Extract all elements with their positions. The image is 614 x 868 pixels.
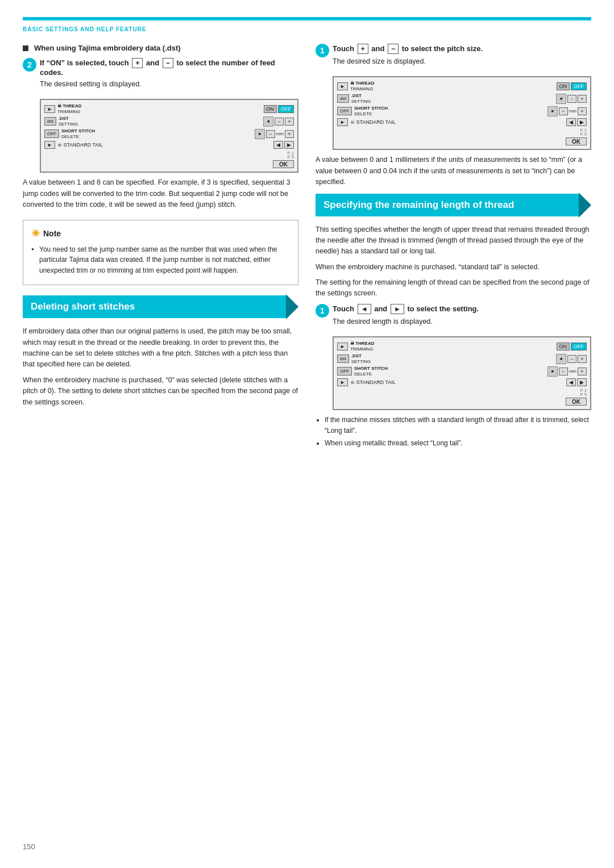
screen3-tail-right[interactable]: ▶ — [577, 378, 587, 386]
screen2-tail-right[interactable]: ▶ — [577, 118, 587, 126]
section-label: BASIC SETTINGS AND HELP FEATURE — [23, 26, 591, 32]
step1-top-row: 1 Touch + and − to select the pitch size… — [316, 44, 591, 72]
step1-bottom-content: Touch ◄ and ► to select the setting. The… — [333, 304, 591, 332]
off-side-label: OFF — [44, 130, 59, 138]
screen3-tri-left[interactable]: ► — [337, 343, 348, 350]
dst-side-label: dst — [44, 117, 56, 126]
tail-right[interactable]: ▶ — [284, 141, 294, 149]
tail-left[interactable]: ◀ — [273, 141, 283, 149]
short-icon: ■ — [255, 129, 265, 139]
screen-row-short: OFF SHORT STITCH DELETE ■ − mm + — [44, 128, 294, 139]
minus-btn-top[interactable]: − — [388, 44, 399, 54]
step1-top-content: Touch + and − to select the pitch size. … — [333, 44, 591, 72]
screen2-dst-icon: ■ — [556, 94, 566, 104]
specifying-section-wrapper: Specifying the remaining length of threa… — [316, 193, 591, 218]
step2-header: If “ON” is selected, touch + and − to se… — [40, 58, 298, 77]
note-item-1: You need to set the jump number same as … — [31, 244, 290, 276]
screen2-tri-left2[interactable]: ► — [337, 118, 348, 126]
plus-btn-step2[interactable]: + — [132, 58, 143, 68]
mm-note: A value between 0 and 1 millimeters if t… — [316, 155, 591, 187]
ok-btn-2[interactable]: OK — [566, 137, 587, 145]
screen2-tri-left[interactable]: ► — [337, 82, 348, 90]
screen2-off[interactable]: OFF — [571, 82, 587, 90]
header-bar — [23, 17, 591, 20]
short-plus[interactable]: + — [285, 130, 294, 138]
screen2-tail-left[interactable]: ◀ — [566, 118, 576, 126]
deleting-heading-row: Deleting short stitches — [23, 294, 298, 319]
minus-btn-step2[interactable]: − — [163, 58, 173, 68]
plus-btn-top[interactable]: + — [358, 44, 368, 54]
ok-btn-3[interactable]: OK — [566, 398, 587, 406]
screen-mock-1: ► ☠ THREAD TRIMMING ON OFF dst .DST SETT… — [40, 99, 298, 173]
specifying-body3: The setting for the remaining length of … — [316, 277, 591, 299]
deleting-body1: If embroidery data other than our origin… — [23, 326, 298, 370]
step1-top-subtext: The desired size is displayed. — [333, 56, 591, 67]
specifying-body2: When the embroidery machine is purchased… — [316, 262, 591, 273]
dst-plus[interactable]: + — [285, 118, 294, 126]
short-minus[interactable]: − — [266, 130, 275, 138]
screen2-dst-label: dst — [337, 94, 349, 103]
deleting-heading-box: Deleting short stitches — [23, 295, 286, 318]
specifying-heading-box: Specifying the remaining length of threa… — [316, 194, 579, 216]
note-star-icon: ✳ — [31, 227, 40, 240]
screen3-short-minus[interactable]: − — [559, 368, 568, 375]
deleting-heading-arrow — [286, 294, 298, 319]
deleting-body2: When the embroidery machine is purchased… — [23, 375, 298, 408]
screen3-dst-minus[interactable]: − — [567, 355, 576, 363]
screen3-dst-plus[interactable]: + — [578, 355, 587, 363]
screen3-dst-label: dst — [337, 354, 349, 363]
step1-bottom-subtext: The desired length is displayed. — [333, 316, 591, 327]
specifying-heading-row: Specifying the remaining length of threa… — [316, 193, 591, 218]
step2-row: 2 If “ON” is selected, touch + and − to … — [23, 58, 298, 94]
bottom-bullet-list: If the machine misses stitches with a st… — [316, 415, 591, 449]
screen3-row-dst: dst .DST SETTING ■ − + — [337, 353, 587, 364]
two-col: When using Tajima embroidery data (.dst)… — [23, 44, 591, 451]
screen2-dst-plus[interactable]: + — [578, 95, 587, 103]
screen3-short-icon: ■ — [547, 366, 558, 377]
screen2-off-label: OFF — [337, 107, 352, 115]
note-title: ✳ Note — [31, 227, 290, 240]
step2-subtext: The desired setting is displayed. — [40, 79, 298, 90]
dst-minus[interactable]: − — [275, 118, 284, 126]
screen2-row-tail: ► ☠ STANDARD TAIL ◀ ▶ — [337, 118, 587, 126]
screen3-off[interactable]: OFF — [571, 343, 587, 350]
step2-body: A value between 1 and 8 can be specified… — [23, 177, 298, 210]
screen3-row-tri: ► ☠ THREAD TRIMMING ON OFF — [337, 341, 587, 352]
screen2-row-dst: dst .DST SETTING ■ − + — [337, 93, 587, 104]
screen3-short-plus[interactable]: + — [578, 368, 587, 375]
screen3-tri-left2[interactable]: ► — [337, 378, 348, 386]
dst-icon: ■ — [263, 116, 273, 127]
screen3-on[interactable]: ON — [557, 343, 570, 350]
square-bullet-icon — [23, 45, 28, 51]
screen2-short-plus[interactable]: + — [578, 107, 587, 115]
screen3-dst-icon: ■ — [556, 354, 566, 364]
deleting-section-wrapper: Deleting short stitches — [23, 294, 298, 319]
screen3-tail-left[interactable]: ◀ — [566, 378, 576, 386]
on-btn-1[interactable]: ON — [264, 105, 277, 113]
screen2-row-tri: ► ☠ THREAD TRIMMING ON OFF — [337, 81, 587, 91]
step1-bottom-header: Touch ◄ and ► to select the setting. — [333, 304, 591, 314]
step1-top-circle: 1 — [316, 44, 329, 57]
screen2-dst-minus[interactable]: − — [567, 95, 576, 103]
screen2-on[interactable]: ON — [557, 82, 570, 90]
specifying-heading-arrow — [579, 193, 591, 218]
step1-top-text2: to select the pitch size. — [402, 44, 483, 53]
screen3-row-tail: ► ☠ STANDARD TAIL ◀ ▶ — [337, 378, 587, 386]
when-using-header: When using Tajima embroidery data (.dst) — [23, 44, 298, 52]
note-box: ✳ Note You need to set the jump number s… — [23, 220, 298, 286]
off-btn-1[interactable]: OFF — [278, 105, 294, 113]
screen-row-tri-left: ► ☠ THREAD TRIMMING ON OFF — [44, 103, 294, 114]
screen-row-dst: dst .DST SETTING ■ − + — [44, 116, 294, 127]
bullet-item-1: If the machine misses stitches with a st… — [325, 415, 591, 436]
when-using-text: When using Tajima embroidery data (.dst) — [34, 44, 181, 52]
tri-left-btn[interactable]: ► — [44, 105, 55, 113]
ok-btn-1[interactable]: OK — [273, 160, 294, 168]
screen3-off-label: OFF — [337, 367, 352, 375]
left-arrow-btn[interactable]: ◄ — [358, 304, 371, 314]
tri-left-btn2[interactable]: ► — [44, 141, 55, 149]
right-arrow-btn[interactable]: ► — [391, 304, 404, 314]
page-container: BASIC SETTINGS AND HELP FEATURE When usi… — [0, 0, 614, 868]
step1-bottom-row: 1 Touch ◄ and ► to select the setting. T… — [316, 304, 591, 332]
screen2-row-short: OFF SHORT STITCH DELETE ■ − mm + — [337, 106, 587, 116]
screen2-short-minus[interactable]: − — [559, 107, 568, 115]
